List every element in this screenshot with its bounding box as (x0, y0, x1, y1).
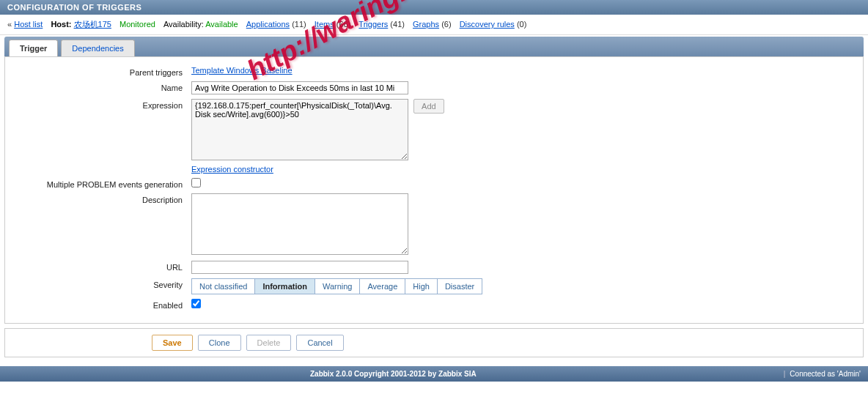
severity-high[interactable]: High (405, 278, 438, 294)
description-textarea[interactable] (191, 193, 408, 255)
triggers-count: (41) (390, 20, 405, 29)
add-expression-button[interactable]: Add (413, 99, 444, 114)
expression-textarea[interactable]: {192.168.0.175:perf_counter[\PhysicalDis… (191, 99, 408, 160)
tab-trigger[interactable]: Trigger (9, 40, 58, 56)
footer: Zabbix 2.0.0 Copyright 2001-2012 by Zabb… (0, 366, 868, 382)
graphs-link[interactable]: Graphs (413, 20, 439, 29)
page-header: CONFIGURATION OF TRIGGERS (0, 0, 868, 15)
clone-button[interactable]: Clone (198, 335, 241, 351)
discovery-count: (0) (517, 20, 526, 29)
items-count: (66) (336, 20, 351, 29)
severity-label: Severity (12, 278, 191, 289)
footer-copyright: Zabbix 2.0.0 Copyright 2001-2012 by Zabb… (7, 370, 779, 378)
multiple-events-label: Multiple PROBLEM events generation (12, 178, 191, 189)
severity-disaster[interactable]: Disaster (437, 278, 482, 294)
expression-label: Expression (12, 99, 191, 110)
host-name-link[interactable]: 农场机175 (74, 20, 111, 29)
items-link[interactable]: Items (315, 20, 334, 29)
discovery-link[interactable]: Discovery rules (460, 20, 515, 29)
multiple-events-checkbox[interactable] (191, 178, 201, 187)
severity-not-classified[interactable]: Not classified (191, 278, 255, 294)
tab-bar: Trigger Dependencies (4, 37, 864, 56)
applications-link[interactable]: Applications (246, 20, 290, 29)
description-label: Description (12, 193, 191, 204)
delete-button[interactable]: Delete (246, 335, 292, 351)
footer-connected: Connected as 'Admin' (790, 370, 861, 378)
url-label: URL (12, 261, 191, 272)
host-nav-bar: « Host list Host: 农场机175 Monitored Avail… (0, 15, 868, 35)
action-bar: Save Clone Delete Cancel (4, 328, 864, 357)
tab-dependencies[interactable]: Dependencies (61, 40, 134, 56)
availability-value: Available (205, 20, 238, 29)
cancel-button[interactable]: Cancel (296, 335, 343, 351)
enabled-checkbox[interactable] (191, 299, 201, 308)
severity-information[interactable]: Information (254, 278, 315, 294)
enabled-label: Enabled (12, 299, 191, 310)
applications-count: (11) (292, 20, 306, 29)
url-input[interactable] (191, 261, 408, 274)
monitored-status: Monitored (119, 20, 155, 29)
name-label: Name (12, 81, 191, 92)
trigger-form: Parent triggers Template Windows Baselin… (4, 56, 864, 324)
parent-triggers-link[interactable]: Template Windows Baseline (191, 66, 293, 75)
name-input[interactable] (191, 81, 408, 94)
back-laquo: « (7, 20, 12, 29)
parent-triggers-label: Parent triggers (12, 66, 191, 77)
triggers-link[interactable]: Triggers (358, 20, 388, 29)
availability-label: Availability: (163, 20, 204, 29)
host-label: Host: (51, 20, 71, 29)
severity-warning[interactable]: Warning (315, 278, 361, 294)
severity-average[interactable]: Average (359, 278, 405, 294)
expression-constructor-link[interactable]: Expression constructor (191, 165, 273, 174)
save-button[interactable]: Save (152, 335, 193, 351)
host-list-link[interactable]: Host list (14, 20, 43, 29)
graphs-count: (6) (441, 20, 451, 29)
severity-group: Not classified Information Warning Avera… (191, 278, 856, 294)
